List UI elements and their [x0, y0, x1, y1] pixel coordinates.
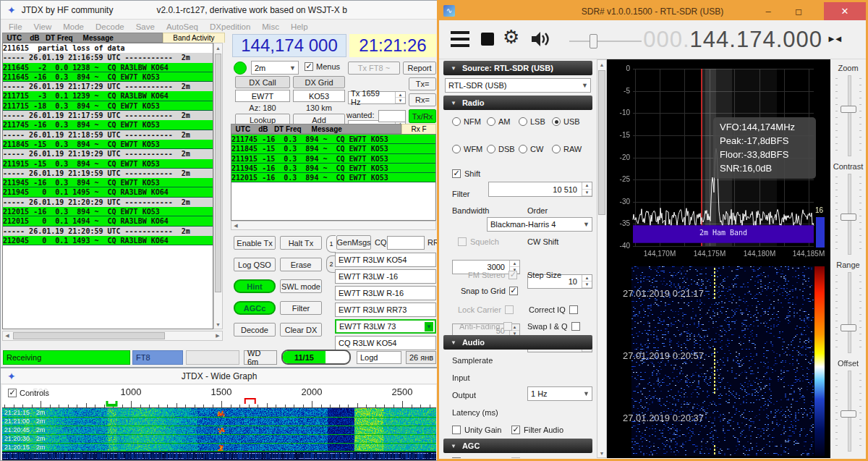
menu-help[interactable]: Help: [286, 21, 313, 33]
decode-row[interactable]: ----- 26.01.19 21:16:59 UTC ----------- …: [3, 53, 213, 62]
rx-frequency-tab[interactable]: Rx F: [401, 124, 436, 134]
clear-dx-button[interactable]: Clear DX: [280, 323, 322, 337]
decode-row[interactable]: 211715 -18 0.3 894 ~ CQ EW7T KO53: [3, 101, 213, 111]
band-activity-list[interactable]: 211615 partial loss of data----- 26.01.1…: [2, 43, 213, 329]
slider-track[interactable]: [834, 75, 863, 156]
snap-checkbox[interactable]: [509, 287, 518, 295]
slider-thumb[interactable]: [841, 410, 856, 418]
decode-row[interactable]: 211715 -3 0.1 1239 ~ CQ RA3LBW KO64: [3, 91, 213, 101]
offset-slider[interactable]: Offset: [832, 359, 864, 452]
erase-button[interactable]: Erase: [280, 258, 322, 271]
mode-radio-wfm[interactable]: [452, 145, 461, 153]
tx-mode-button[interactable]: Tx FT8 ~: [348, 62, 400, 75]
swl-mode-button[interactable]: SWL mode: [280, 279, 322, 293]
menu-hamburger-icon[interactable]: [451, 31, 469, 47]
band-activity-vscrollbar[interactable]: ▲ ▼: [213, 43, 223, 329]
decode-row[interactable]: 211745 -16 0.3 894 ~ CQ EW7T KO53: [3, 120, 213, 130]
mode-radio-usb[interactable]: [552, 117, 561, 126]
unity-gain-row[interactable]: Unity Gain: [452, 426, 501, 434]
frequency-dim-digits[interactable]: 000.: [643, 27, 689, 53]
decode-row[interactable]: 211645 -16 0.3 894 ~ CQ EW7T KO53: [3, 72, 213, 82]
mode-option-usb[interactable]: USB: [552, 117, 580, 126]
spinner-arrows-icon[interactable]: ▲▼: [395, 92, 405, 103]
decode-row[interactable]: 211845 -15 0.3 894 ~ CQ EW7T KO53: [231, 144, 435, 153]
gen-message-field-2[interactable]: EW7T R3LW -16: [335, 269, 436, 284]
menu-mode[interactable]: Mode: [58, 21, 89, 33]
mode-option-dsb[interactable]: DSB: [487, 145, 515, 153]
slider-track[interactable]: [834, 272, 863, 353]
menus-checkbox-row[interactable]: Menus: [305, 62, 340, 71]
decode-row[interactable]: 211945 0 0.1 1495 ~ CQ RA3LBW KO64: [3, 187, 213, 197]
filter-combo[interactable]: Blackman-Harris 4▼: [487, 217, 592, 232]
menus-checkbox[interactable]: [305, 62, 313, 71]
decode-row[interactable]: 211915 -15 0.3 894 ~ CQ EW7T KO53: [3, 159, 213, 169]
controls-checkbox[interactable]: [8, 389, 17, 397]
band-activity-tab[interactable]: Band Activity: [163, 33, 225, 43]
log-qso-button[interactable]: Log QSO: [234, 258, 276, 271]
decode-row[interactable]: ----- 26.01.19 21:19:29 UTC ----------- …: [3, 149, 213, 158]
filter-button[interactable]: Filter: [280, 301, 322, 315]
decode-row[interactable]: ----- 26.01.19 21:17:29 UTC ----------- …: [3, 82, 213, 91]
anti-fading-checkbox[interactable]: [503, 322, 512, 331]
mode-radio-lsb[interactable]: [519, 117, 527, 126]
mode-radio-dsb[interactable]: [487, 145, 495, 153]
lock-carrier-checkbox[interactable]: [505, 305, 514, 314]
decode-button[interactable]: Decode: [234, 323, 276, 337]
dial-frequency-display[interactable]: 144,174 000: [232, 34, 346, 57]
volume-slider-track[interactable]: [569, 41, 642, 42]
use-hang-checkbox[interactable]: [511, 457, 520, 458]
agc-section-header[interactable]: ▼AGC: [443, 439, 592, 453]
menu-save[interactable]: Save: [131, 21, 160, 33]
mode-option-am[interactable]: AM: [487, 117, 511, 126]
gen-message-field-6[interactable]: CQ R3LW KO54: [335, 336, 436, 350]
decode-row[interactable]: 212045 0 0.1 1493 ~ CQ RA3LBW KO64: [3, 236, 213, 245]
speaker-icon[interactable]: [530, 30, 550, 48]
decode-row[interactable]: 211745 -16 0.3 894 ~ CQ EW7T KO53: [231, 135, 435, 144]
gen-message-field-5[interactable]: EW7T R3LW 73▼: [335, 319, 436, 334]
dx-grid-field[interactable]: KO53: [293, 90, 345, 102]
dx-call-field[interactable]: EW7T: [235, 90, 290, 102]
dx-call-button[interactable]: DX Call: [235, 76, 290, 88]
waterfall-display[interactable]: [607, 266, 814, 456]
tab-1[interactable]: 1: [326, 235, 336, 253]
gen-message-field-3[interactable]: EW7T R3LW R-16: [335, 286, 436, 300]
use-agc-row[interactable]: Use AGC: [452, 457, 498, 458]
enable-tx-button[interactable]: Enable Tx: [234, 236, 276, 250]
scroll-right-icon[interactable]: ▶: [213, 331, 222, 340]
menu-file[interactable]: File: [4, 21, 27, 33]
decode-row[interactable]: 211945 -16 0.3 894 ~ CQ EW7T KO53: [231, 164, 435, 173]
chevron-down-icon[interactable]: ▼: [425, 322, 433, 331]
spinner-arrows-icon[interactable]: ▲▼: [582, 182, 592, 196]
range-slider[interactable]: Range: [832, 261, 864, 353]
widegraph-waterfall[interactable]: [2, 408, 436, 452]
decode-row[interactable]: 211945 -16 0.3 894 ~ CQ EW7T KO53: [3, 178, 213, 187]
slider-thumb[interactable]: [841, 106, 856, 113]
radio-section-header[interactable]: ▼Radio: [443, 96, 592, 110]
mode-option-lsb[interactable]: LSB: [519, 117, 545, 126]
wanted-input[interactable]: [378, 110, 406, 122]
decode-row[interactable]: ----- 26.01.19 21:17:59 UTC ----------- …: [3, 111, 213, 120]
swap-iq-checkbox[interactable]: [571, 322, 580, 331]
scroll-down-icon[interactable]: ▼: [597, 449, 606, 457]
lock-carrier-row[interactable]: Lock Carrier: [458, 305, 514, 314]
menu-view[interactable]: View: [29, 21, 57, 33]
decode-row[interactable]: 212015 -16 0.3 894 ~ CQ EW7T KO53: [3, 207, 213, 216]
rx-frequency-hscrollbar[interactable]: ◀: [231, 221, 436, 230]
genmsgs-button[interactable]: GenMsgs: [336, 235, 371, 250]
decode-row[interactable]: 211615 partial loss of data: [3, 43, 213, 53]
decode-row[interactable]: ----- 26.01.19 21:18:59 UTC ----------- …: [3, 130, 213, 140]
tx-freq-spinner[interactable]: Tx 1659 Hz ▲▼: [348, 91, 406, 104]
settings-gear-icon[interactable]: ⚙: [503, 26, 519, 48]
hint-button[interactable]: Hint: [234, 279, 276, 293]
spinner-arrows-icon[interactable]: ▲▼: [582, 275, 592, 288]
scroll-thumb[interactable]: [215, 54, 221, 292]
band-activity-hscrollbar[interactable]: ◀ ▶: [2, 331, 223, 341]
rx-eq-button[interactable]: Rx=: [409, 93, 436, 106]
close-button[interactable]: ✕: [824, 2, 866, 20]
menu-dxpedition[interactable]: DXpedition: [205, 21, 255, 33]
menu-autoseq[interactable]: AutoSeq: [161, 21, 203, 33]
scroll-left-icon[interactable]: ◀: [3, 331, 12, 340]
decode-row[interactable]: 211645 -2 0.0 1238 ~ CQ RA3LBW KO64: [3, 63, 213, 72]
mode-option-raw[interactable]: RAW: [552, 145, 582, 153]
mode-radio-am[interactable]: [487, 117, 495, 126]
